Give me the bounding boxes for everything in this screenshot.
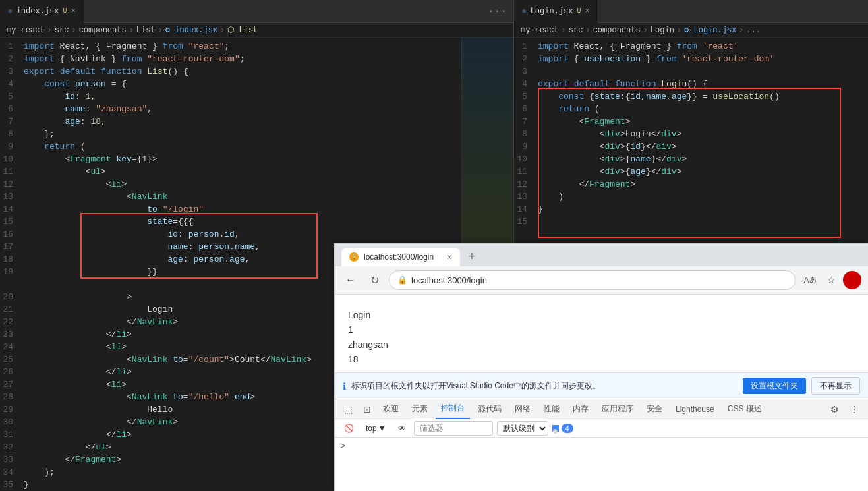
address-bar[interactable]: 🔒 localhost:3000/login: [389, 270, 796, 290]
console-clear-btn[interactable]: 🚫: [340, 422, 358, 434]
rbc-login: Login: [651, 26, 674, 35]
new-tab-btn[interactable]: +: [463, 248, 481, 266]
back-btn[interactable]: ←: [341, 271, 360, 289]
browser-panel: 🔒 localhost:3000/login × + ← ↻ 🔒 localho…: [334, 243, 868, 491]
top-label: top: [366, 424, 377, 433]
devtools-settings-btn[interactable]: ⚙: [826, 403, 843, 416]
devtools-tab-security[interactable]: 安全: [641, 399, 668, 419]
page-line-3: zhangsan: [348, 337, 855, 352]
browser-tab[interactable]: 🔒 localhost:3000/login ×: [341, 248, 460, 266]
browser-tab-close-btn[interactable]: ×: [447, 252, 452, 262]
devtools-tab-console[interactable]: 控制台: [436, 399, 470, 419]
right-breadcrumb: my-react › src › components › Login › ⚙ …: [514, 23, 868, 38]
devtools-panel: ⬚ ⊡ 欢迎 元素 控制台 源代码 网络 性能 内存 应用程序 安全 Light…: [335, 399, 868, 491]
tab-index-jsx[interactable]: ⚛ index.jsx U ×: [0, 0, 84, 23]
right-editor: ⚛ Login.jsx U × my-react › src › compone…: [514, 0, 868, 244]
right-tab-filename: Login.jsx: [531, 7, 573, 16]
page-line-2: 1: [348, 322, 855, 337]
tab-modified: U: [63, 7, 67, 14]
right-code-content: 1import React, { Fragment } from 'react'…: [514, 38, 868, 243]
devtools-more-btn[interactable]: ⋮: [846, 403, 863, 416]
console-content: >: [335, 438, 868, 491]
browser-favicon: 🔒: [349, 252, 359, 262]
devtools-tab-performance[interactable]: 性能: [538, 399, 565, 419]
browser-tab-title: localhost:3000/login: [364, 252, 434, 262]
devtools-tab-sources[interactable]: 源代码: [473, 399, 507, 419]
bc-src: src: [55, 26, 69, 35]
url-text: localhost:3000/login: [411, 275, 487, 285]
page-line-1: Login: [348, 308, 855, 322]
jsx-icon-right: ⚛: [522, 7, 527, 15]
tab-more-btn[interactable]: ···: [481, 5, 513, 17]
right-tab-close-btn[interactable]: ×: [585, 7, 589, 16]
devtools-tab-memory[interactable]: 内存: [567, 399, 594, 419]
rbc-src: src: [569, 26, 583, 35]
devtools-tab-welcome[interactable]: 欢迎: [378, 399, 404, 419]
console-filter-input[interactable]: [414, 421, 493, 436]
devtools-dock-btn[interactable]: ⬚: [340, 403, 357, 416]
rbc-components: components: [593, 26, 641, 35]
console-toolbar: 🚫 top ▼ 👁 默认级别 ● 4: [335, 419, 868, 438]
tab-close-btn[interactable]: ×: [71, 7, 75, 16]
bc-components: components: [79, 26, 127, 35]
left-tab-bar: ⚛ index.jsx U × ···: [0, 0, 513, 23]
nav-actions: Aあ ☆: [801, 271, 861, 289]
page-line-4: 18: [348, 352, 855, 366]
notif-icon: ℹ: [343, 381, 346, 391]
devtools-responsive-btn[interactable]: ⊡: [359, 403, 375, 416]
right-code-area: 1import React, { Fragment } from 'react'…: [514, 38, 868, 243]
right-tab-modified: U: [577, 7, 581, 14]
console-top-btn[interactable]: top ▼: [362, 422, 390, 434]
notif-text: 标识项目的根文件夹以打开Visual Studio Code中的源文件并同步更改…: [351, 380, 600, 391]
console-prompt[interactable]: >: [340, 440, 345, 451]
rbc-file: ⚙ Login.jsx: [684, 25, 736, 35]
devtools-tab-network[interactable]: 网络: [509, 399, 536, 419]
browser-content: Login 1 zhangsan 18: [335, 295, 868, 372]
devtools-tab-css[interactable]: CSS 概述: [722, 399, 767, 419]
left-breadcrumb: my-react › src › components › List › ⚙ i…: [0, 23, 513, 38]
tab-login-jsx[interactable]: ⚛ Login.jsx U ×: [514, 0, 598, 23]
favorite-btn[interactable]: ☆: [822, 271, 840, 289]
bc-fn: ⬡ List: [227, 25, 258, 35]
badge-dot: ●: [552, 425, 559, 432]
refresh-btn[interactable]: ↻: [365, 271, 384, 289]
browser-chrome: 🔒 localhost:3000/login × + ← ↻ 🔒 localho…: [335, 244, 868, 295]
bc-root: my-react: [7, 26, 45, 35]
jsx-icon: ⚛: [8, 7, 13, 15]
devtools-tab-lighthouse[interactable]: Lighthouse: [670, 399, 720, 419]
devtools-tabs: ⬚ ⊡ 欢迎 元素 控制台 源代码 网络 性能 内存 应用程序 安全 Light…: [335, 399, 868, 419]
console-badge: 4: [562, 424, 573, 433]
console-level-select[interactable]: 默认级别: [497, 421, 548, 436]
rbc-root: my-react: [521, 26, 559, 35]
rbc-dots: ...: [747, 26, 761, 35]
right-tab-bar: ⚛ Login.jsx U ×: [514, 0, 868, 23]
devtools-tab-elements[interactable]: 元素: [407, 399, 433, 419]
console-eye-btn[interactable]: 👁: [394, 422, 410, 434]
bc-list: List: [136, 26, 156, 35]
bc-file: ⚙ index.jsx: [165, 25, 217, 35]
lock-icon: 🔒: [397, 275, 407, 285]
badge-area: ● 4: [552, 424, 573, 433]
profile-btn[interactable]: [843, 271, 861, 289]
translate-btn[interactable]: Aあ: [801, 271, 819, 289]
top-chevron: ▼: [378, 424, 386, 433]
notification-bar: ℹ 标识项目的根文件夹以打开Visual Studio Code中的源文件并同步…: [335, 372, 868, 399]
devtools-tab-application[interactable]: 应用程序: [596, 399, 639, 419]
browser-tab-bar: 🔒 localhost:3000/login × +: [335, 244, 868, 266]
set-root-folder-btn[interactable]: 设置根文件夹: [743, 378, 806, 394]
tab-filename: index.jsx: [16, 7, 59, 16]
browser-nav-bar: ← ↻ 🔒 localhost:3000/login Aあ ☆: [335, 266, 868, 294]
dismiss-notif-btn[interactable]: 不再显示: [811, 377, 860, 395]
